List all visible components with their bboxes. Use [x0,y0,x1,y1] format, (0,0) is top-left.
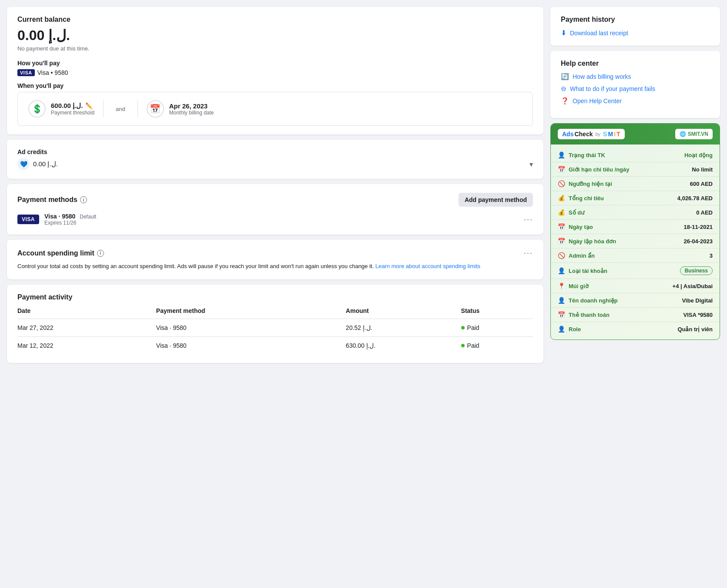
billing-date-item: 📅 Apr 26, 2023 Monthly billing date [147,100,214,118]
widget-row-value-0: Hoạt động [684,152,713,158]
widget-row-label-11: 📅 Thẻ thanh toán [558,311,610,318]
hc-icon-2: ❓ [561,97,569,105]
payment-methods-card: Payment methods i Add payment method VIS… [7,184,543,235]
edit-threshold-icon[interactable]: ✏️ [85,102,93,109]
cell-amount: 630.00 ل.إ. [346,336,461,354]
widget-row: 👤 Tên doanh nghiệp Vibe Digital [551,293,720,308]
visa-card-badge: VISA [17,215,39,224]
asl-learn-more-link[interactable]: Learn more about account spending limits [375,263,480,269]
widget-row-label-1: 📅 Giới hạn chi tiêu /ngày [558,166,630,173]
payment-history-title: Payment history [561,16,710,24]
how-you-pay-label: How you'll pay [17,60,533,67]
widget-row: 📅 Ngày lập hóa đơn 26-04-2023 [551,234,720,249]
logo-by-text: by [595,131,600,137]
billing-date-details: Apr 26, 2023 Monthly billing date [169,102,214,116]
widget-row-icon-3: 💰 [558,195,565,202]
hc-link-text-2: Open Help Center [573,97,622,104]
widget-row-label-5: 📅 Ngày tạo [558,223,593,230]
left-column: Current balance 0.00 ل.إ. No payment due… [7,7,543,581]
page-container: Current balance 0.00 ل.إ. No payment due… [0,0,727,588]
widget-row: 🚫 Ngưỡng hiện tại 600 AED [551,177,720,191]
widget-row: 📅 Thẻ thanh toán VISA *9580 [551,308,720,322]
widget-row: 📅 Ngày tạo 18-11-2021 [551,220,720,234]
widget-row-text-2: Ngưỡng hiện tại [569,181,612,187]
status-text: Paid [467,342,479,349]
widget-row-label-0: 👤 Trạng thái TK [558,151,605,158]
widget-row-value-7: 3 [710,252,713,259]
pm-card-name: Visa · 9580 [44,213,75,220]
cell-method: Visa · 9580 [156,336,346,354]
ad-credits-amount: 💙 0.00 ل.إ. [17,158,58,170]
download-icon: ⬇ [561,29,566,37]
widget-row: 👤 Trạng thái TK Hoạt động [551,148,720,162]
ad-credits-title: Ad credits [17,148,533,155]
cell-status: Paid [461,336,533,354]
when-you-pay-label: When you'll pay [17,82,533,89]
widget-row-icon-6: 📅 [558,238,565,245]
balance-amount: 0.00 ل.إ. [17,27,533,44]
widget-row-icon-2: 🚫 [558,180,565,187]
account-spending-limit-card: Account spending limit i ··· Control you… [7,240,543,279]
widget-row-value-2: 600 AED [690,181,713,187]
paid-dot [461,344,465,347]
widget-row-value-3: 4,026.78 AED [677,195,713,202]
widget-row-text-11: Thẻ thanh toán [569,312,610,318]
widget-row-text-5: Ngày tạo [569,224,593,230]
widget-row-text-3: Tổng chi tiêu [569,195,604,202]
logo-smit-m: M [608,131,613,138]
pm-item: VISA Visa · 9580 Default Expires 11/26 ·… [17,213,533,226]
widget-row-icon-5: 📅 [558,223,565,230]
pm-title: Payment methods i [17,196,87,204]
help-center-title: Help center [561,60,710,67]
threshold-label: Payment threshold [51,110,94,116]
widget-row-icon-4: 💰 [558,209,565,216]
payment-method-text: Visa • 9580 [37,69,68,76]
payment-history-card: Payment history ⬇ Download last receipt [550,7,720,46]
ad-credits-card: Ad credits 💙 0.00 ل.إ. ▾ [7,140,543,179]
help-center-link-2[interactable]: ❓Open Help Center [561,97,710,105]
threshold-amount: 600.00 ل.إ. ✏️ [51,102,94,110]
widget-row-label-2: 🚫 Ngưỡng hiện tại [558,180,612,187]
smit-site-button[interactable]: 🌐 SMIT.VN [675,129,713,139]
divider [103,100,104,118]
asl-title: Account spending limit i [17,249,104,257]
current-balance-card: Current balance 0.00 ل.إ. No payment due… [7,7,543,134]
asl-header: Account spending limit i ··· [17,249,533,258]
pm-info-icon[interactable]: i [80,196,87,203]
divider2 [137,100,138,118]
col-status: Status [461,307,533,319]
widget-row-label-7: 🚫 Admin ẩn [558,252,595,259]
help-center-link-1[interactable]: ⊖What to do if your payment fails [561,85,710,93]
widget-row-value-9: +4 | Asia/Dubai [673,283,713,289]
balance-subtitle: No payment due at this time. [17,45,533,52]
pm-options-icon[interactable]: ··· [524,215,533,224]
add-payment-method-button[interactable]: Add payment method [459,193,533,207]
widget-row-text-0: Trạng thái TK [569,152,605,158]
help-center-link-0[interactable]: 🔄How ads billing works [561,73,710,81]
table-row: Mar 12, 2022 Visa · 9580 630.00 ل.إ. Pai… [17,336,533,354]
widget-row-label-4: 💰 Số dư [558,209,584,216]
asl-info-icon[interactable]: i [97,250,104,257]
billing-date-icon: 📅 [147,100,164,118]
cell-amount: 20.52 ل.إ. [346,319,461,336]
status-text: Paid [467,324,479,331]
asl-options-icon[interactable]: ··· [524,249,533,258]
cell-date: Mar 27, 2022 [17,319,156,336]
widget-row-text-12: Role [569,326,581,333]
widget-row-value-10: Vibe Digital [682,297,713,304]
credit-icon: 💙 [17,158,30,170]
widget-row-text-9: Múi giờ [569,283,589,289]
payment-activity-title: Payment activity [17,293,533,301]
widget-row-icon-0: 👤 [558,151,565,158]
billing-date-value: Apr 26, 2023 [169,102,214,110]
widget-header: Ads Check by SMIT 🌐 SMIT.VN [551,124,720,144]
widget-row: 💰 Tổng chi tiêu 4,026.78 AED [551,191,720,205]
widget-row-value-6: 26-04-2023 [684,238,713,245]
hc-link-text-1: What to do if your payment fails [570,85,655,92]
logo-check-text: Check [574,131,593,138]
chevron-down-icon[interactable]: ▾ [529,160,533,168]
asl-description: Control your total ad costs by setting a… [17,262,533,271]
widget-row-label-9: 📍 Múi giờ [558,282,589,289]
billing-date-label: Monthly billing date [169,110,214,116]
download-last-receipt-link[interactable]: ⬇ Download last receipt [561,29,710,37]
